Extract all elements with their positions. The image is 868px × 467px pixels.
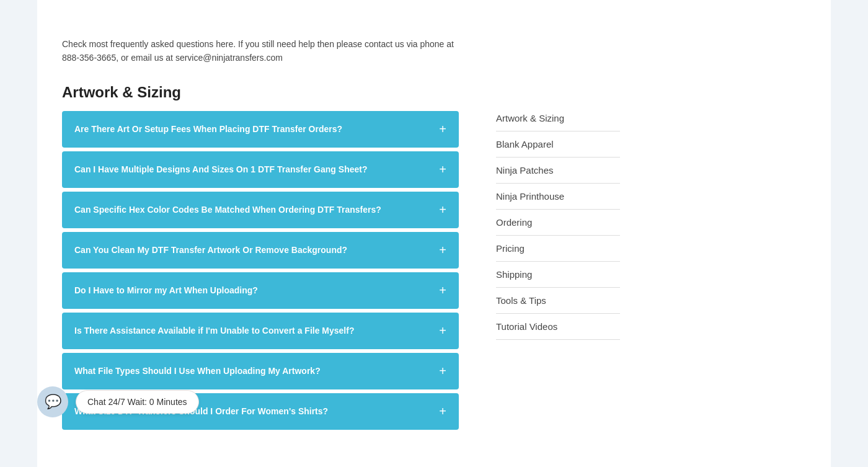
faq-question: Is There Assistance Available if I'm Una… — [74, 326, 433, 336]
chat-icon: 💬 — [45, 394, 61, 410]
faq-expand-icon: + — [439, 203, 446, 217]
faq-question: Can I Have Multiple Designs And Sizes On… — [74, 164, 433, 174]
faq-item[interactable]: Can Specific Hex Color Codes Be Matched … — [62, 192, 459, 228]
sidebar-item-pricing[interactable]: Pricing — [496, 236, 620, 262]
faq-item[interactable]: What File Types Should I Use When Upload… — [62, 353, 459, 389]
sidebar-item-artwork-and-sizing[interactable]: Artwork & Sizing — [496, 105, 620, 131]
faq-expand-icon: + — [439, 364, 446, 378]
chat-widget[interactable]: 💬 Chat 24/7 Wait: 0 Minutes — [37, 386, 199, 417]
faq-question: Can Specific Hex Color Codes Be Matched … — [74, 205, 433, 215]
sidebar-item-tools-and-tips[interactable]: Tools & Tips — [496, 288, 620, 314]
faq-item[interactable]: Do I Have to Mirror my Art When Uploadin… — [62, 272, 459, 309]
sidebar-item-blank-apparel[interactable]: Blank Apparel — [496, 131, 620, 158]
sidebar-nav: Artwork & SizingBlank ApparelNinja Patch… — [496, 105, 620, 340]
faq-list: Are There Art Or Setup Fees When Placing… — [62, 111, 459, 430]
faq-expand-icon: + — [439, 283, 446, 298]
chat-label[interactable]: Chat 24/7 Wait: 0 Minutes — [76, 390, 199, 414]
faq-item[interactable]: Are There Art Or Setup Fees When Placing… — [62, 111, 459, 148]
faq-question: What File Types Should I Use When Upload… — [74, 366, 433, 376]
content-area: Check most frequently asked questions he… — [62, 37, 459, 430]
sidebar-item-ordering[interactable]: Ordering — [496, 210, 620, 236]
faq-expand-icon: + — [439, 243, 446, 257]
chat-icon-button[interactable]: 💬 — [37, 386, 68, 417]
faq-question: Can You Clean My DTF Transfer Artwork Or… — [74, 245, 433, 255]
faq-expand-icon: + — [439, 122, 446, 136]
faq-item[interactable]: Can You Clean My DTF Transfer Artwork Or… — [62, 232, 459, 269]
sidebar-item-tutorial-videos[interactable]: Tutorial Videos — [496, 314, 620, 340]
faq-expand-icon: + — [439, 404, 446, 419]
faq-item[interactable]: Is There Assistance Available if I'm Una… — [62, 313, 459, 349]
sidebar-item-shipping[interactable]: Shipping — [496, 262, 620, 288]
faq-expand-icon: + — [439, 324, 446, 338]
intro-text: Check most frequently asked questions he… — [62, 37, 459, 65]
faq-item[interactable]: Can I Have Multiple Designs And Sizes On… — [62, 151, 459, 188]
faq-expand-icon: + — [439, 162, 446, 177]
sidebar-item-ninja-printhouse[interactable]: Ninja Printhouse — [496, 184, 620, 210]
faq-question: Do I Have to Mirror my Art When Uploadin… — [74, 285, 433, 295]
sidebar-item-ninja-patches[interactable]: Ninja Patches — [496, 158, 620, 184]
faq-question: Are There Art Or Setup Fees When Placing… — [74, 124, 433, 134]
section-title: Artwork & Sizing — [62, 84, 459, 101]
sidebar: Artwork & SizingBlank ApparelNinja Patch… — [496, 37, 620, 340]
